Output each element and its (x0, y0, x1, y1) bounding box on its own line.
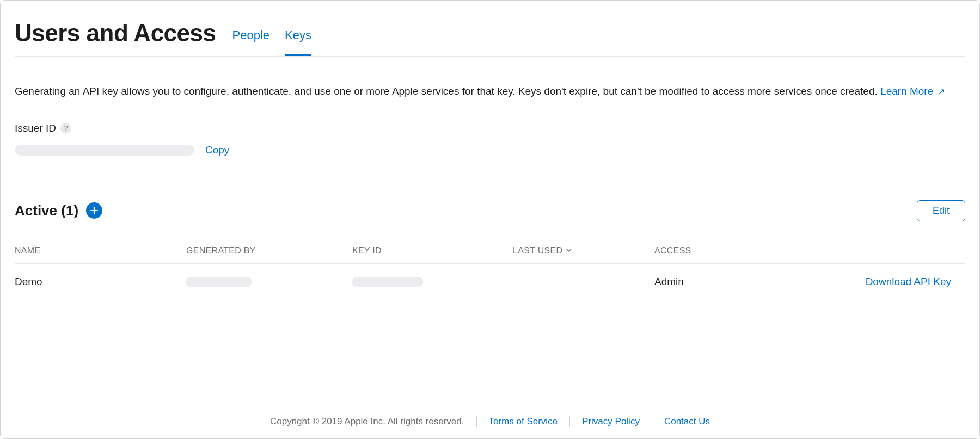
page-title: Users and Access (15, 20, 216, 56)
issuer-label-row: Issuer ID ? (15, 122, 965, 134)
edit-button[interactable]: Edit (917, 200, 965, 221)
chevron-down-icon (566, 246, 572, 256)
description-body: Generating an API key allows you to conf… (15, 85, 878, 97)
footer-contact-link[interactable]: Contact Us (652, 416, 722, 427)
footer-terms-link[interactable]: Terms of Service (477, 416, 570, 427)
th-last-used[interactable]: LAST USED (513, 246, 654, 256)
keys-table: NAME GENERATED BY KEY ID LAST USED ACCES… (15, 238, 965, 300)
copy-button[interactable]: Copy (205, 144, 229, 156)
key-id-redacted (352, 277, 423, 287)
issuer-value-row: Copy (15, 144, 965, 156)
th-key-id: KEY ID (352, 246, 513, 256)
tab-people[interactable]: People (232, 27, 270, 57)
generated-by-redacted (186, 277, 252, 287)
active-header-left: Active (1) (15, 202, 102, 219)
table-header: NAME GENERATED BY KEY ID LAST USED ACCES… (15, 238, 965, 264)
cell-generated-by (186, 277, 352, 287)
description-text: Generating an API key allows you to conf… (15, 84, 965, 100)
cell-key-id (352, 277, 513, 287)
issuer-id-value-redacted (15, 145, 194, 156)
active-title: Active (1) (15, 202, 78, 219)
external-link-icon: ↗ (938, 85, 945, 98)
footer: Copyright © 2019 Apple Inc. All rights r… (1, 404, 979, 438)
active-section: Active (1) Edit NAME GENERATED BY KEY ID… (15, 200, 965, 300)
help-icon[interactable]: ? (60, 123, 71, 134)
footer-copyright: Copyright © 2019 Apple Inc. All rights r… (258, 416, 476, 427)
main-container: Users and Access People Keys Generating … (1, 1, 979, 300)
plus-icon (90, 206, 99, 215)
issuer-id-label: Issuer ID (15, 122, 56, 134)
footer-privacy-link[interactable]: Privacy Policy (570, 416, 652, 427)
header-row: Users and Access People Keys (15, 20, 965, 57)
th-last-used-label: LAST USED (513, 246, 562, 256)
download-api-key-link[interactable]: Download API Key (763, 276, 965, 288)
th-name: NAME (15, 246, 186, 256)
tabs: People Keys (232, 20, 311, 56)
learn-more-label: Learn More (880, 85, 933, 97)
learn-more-link[interactable]: Learn More ↗ (880, 85, 944, 97)
table-row: Demo Admin Download API Key (15, 264, 965, 300)
active-header-row: Active (1) Edit (15, 200, 965, 221)
add-key-button[interactable] (86, 202, 102, 219)
th-access: ACCESS (654, 246, 763, 256)
cell-access: Admin (654, 276, 763, 288)
cell-name: Demo (15, 276, 186, 288)
th-generated-by: GENERATED BY (186, 246, 352, 256)
issuer-block: Issuer ID ? Copy (15, 122, 965, 178)
tab-keys[interactable]: Keys (285, 27, 311, 57)
